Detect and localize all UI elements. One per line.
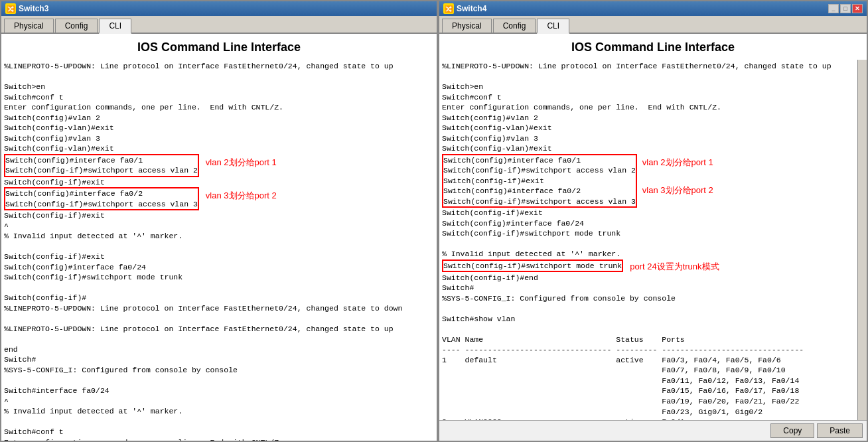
switch3-title-bar: 🔀 Switch3 (1, 1, 437, 16)
switch4-section-title: IOS Command Line Interface (439, 34, 867, 60)
vlan1-label-left: vlan 2划分给port 1 (206, 157, 277, 169)
switch3-exit1: Switch(config-if)#exit (4, 177, 434, 188)
vlan-combined-box-right: Switch(config)#interface fa0/1 Switch(co… (442, 154, 637, 208)
switch4-content: IOS Command Line Interface %LINEPROTO-5-… (439, 34, 867, 420)
scrollbar-right[interactable] (857, 60, 867, 420)
copy-button[interactable]: Copy (770, 423, 814, 438)
minimize-button[interactable]: _ (828, 4, 839, 13)
tab-config-left[interactable]: Config (55, 19, 98, 33)
vlan1-label-right: vlan 2划分给port 1 (642, 157, 713, 169)
maximize-button[interactable]: □ (840, 4, 851, 13)
vlan1-box-left: Switch(config)#interface fa0/1 Switch(co… (4, 154, 199, 177)
vlan-labels-right: vlan 2划分给port 1 vlan 3划分给port 2 (642, 154, 713, 196)
switch3-tab-bar: Physical Config CLI (1, 16, 437, 34)
tab-cli-left[interactable]: CLI (99, 19, 131, 34)
close-button[interactable]: ✕ (852, 4, 863, 13)
switch3-window: 🔀 Switch3 Physical Config CLI IOS Comman… (0, 0, 438, 442)
switch4-title: Switch4 (457, 4, 486, 13)
switch3-cli-pre1: %LINEPROTO-5-UPDOWN: Line protocol on In… (4, 61, 434, 154)
tab-cli-right[interactable]: CLI (537, 19, 569, 34)
vlan2-annotation-row: Switch(config)#interface fa0/2 Switch(co… (4, 187, 434, 210)
trunk-annotation-row-right: Switch(config-if)#switchport mode trunk … (442, 259, 864, 273)
vlan1-annotation-row: Switch(config)#interface fa0/1 Switch(co… (4, 154, 434, 177)
window-controls: _ □ ✕ (828, 4, 863, 13)
vlan2-box-left: Switch(config)#interface fa0/2 Switch(co… (4, 187, 199, 210)
switch4-cli-end: Switch(config-if)#end Switch# %SYS-5-CON… (442, 273, 864, 420)
switch3-content: IOS Command Line Interface %LINEPROTO-5-… (1, 34, 437, 441)
tab-physical-left[interactable]: Physical (4, 19, 54, 33)
switch4-title-bar: 🔀 Switch4 _ □ ✕ (439, 1, 867, 16)
switch4-window: 🔀 Switch4 _ □ ✕ Physical Config CLI IOS … (438, 0, 868, 442)
vlan1-box-right: Switch(config)#interface fa0/1 Switch(co… (442, 154, 637, 208)
vlan2-label-left: vlan 3划分给port 2 (206, 190, 277, 202)
trunk-box-right: Switch(config-if)#switchport mode trunk (442, 259, 623, 273)
switch4-cli-output[interactable]: %LINEPROTO-5-UPDOWN: Line protocol on In… (439, 60, 867, 420)
switch3-title: Switch3 (19, 4, 48, 13)
tab-config-right[interactable]: Config (493, 19, 536, 33)
switch4-cli-pre1: %LINEPROTO-5-UPDOWN: Line protocol on In… (442, 61, 864, 154)
switch3-icon: 🔀 (5, 3, 16, 14)
trunk-label-right: port 24设置为trunk模式 (630, 261, 719, 273)
switch4-cli-mid: Switch(config-if)#exit Switch(config)#in… (442, 208, 864, 259)
tab-physical-right[interactable]: Physical (442, 19, 492, 33)
paste-button[interactable]: Paste (817, 423, 863, 438)
switch3-cli-mid: Switch(config-if)#exit ^ % Invalid input… (4, 210, 434, 441)
vlan-combined-row-right: Switch(config)#interface fa0/1 Switch(co… (442, 154, 864, 208)
vlan2-label-right: vlan 3划分给port 2 (642, 184, 713, 196)
switch3-section-title: IOS Command Line Interface (1, 34, 437, 60)
switch3-cli-output[interactable]: %LINEPROTO-5-UPDOWN: Line protocol on In… (1, 60, 437, 441)
switch4-icon: 🔀 (443, 3, 454, 14)
switch4-bottom-bar: Copy Paste (439, 420, 867, 441)
switch4-tab-bar: Physical Config CLI (439, 16, 867, 34)
